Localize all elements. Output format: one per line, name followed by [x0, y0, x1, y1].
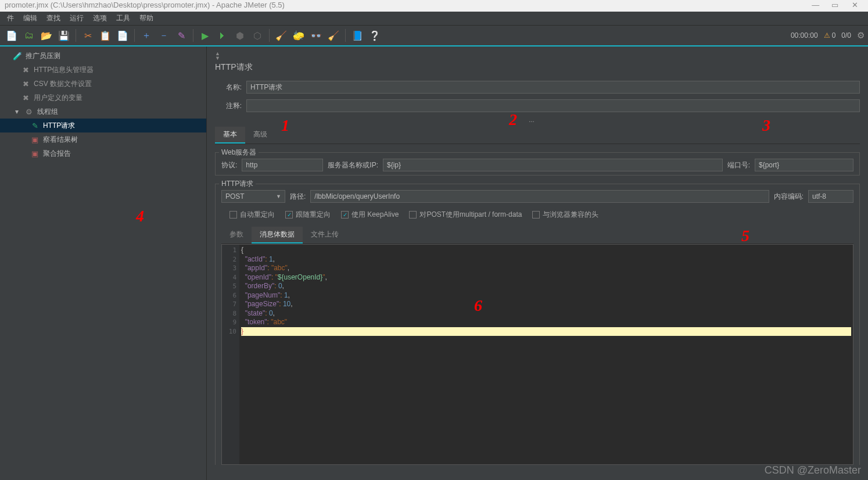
checkbox-row: 自动重定向 跟随重定向 使用 KeepAlive 对POST使用multipar… [221, 210, 853, 220]
toolbar-left: 📄 🗂 📂 💾 ✂ 📋 📄 ＋ － ✎ ▶ ⏵ ⬢ ⬡ 🧹 🧽 👓 🧹 📘 ❔ [3, 27, 383, 44]
name-input[interactable] [246, 81, 860, 94]
paste-icon[interactable]: 📄 [114, 27, 131, 44]
check-follow-redirect[interactable]: 跟随重定向 [285, 210, 331, 220]
save-icon[interactable]: 💾 [56, 27, 72, 44]
collapse-icon[interactable]: － [156, 27, 172, 44]
shutdown-icon[interactable]: ⬡ [249, 27, 266, 44]
comment-row: 注释: [215, 99, 860, 112]
new-icon[interactable]: 📄 [3, 27, 20, 44]
protocol-label: 协议: [221, 160, 237, 170]
subtab-params[interactable]: 参数 [221, 227, 252, 243]
minimize-button[interactable]: — [807, 0, 824, 10]
menu-options[interactable]: 选项 [88, 12, 112, 24]
clear-all-icon[interactable]: 🧽 [290, 27, 307, 44]
test-plan-tree[interactable]: 🧪推广员压测✖HTTP信息头管理器✖CSV 数据文件设置✖用户定义的变量▾⚙线程… [0, 46, 207, 480]
tab-basic[interactable]: 基本 [215, 127, 245, 144]
method-select[interactable]: POST▼ [221, 190, 285, 203]
main-area: 🧪推广员压测✖HTTP信息头管理器✖CSV 数据文件设置✖用户定义的变量▾⚙线程… [0, 46, 868, 480]
main-tabs: 基本 高级 [215, 127, 860, 144]
watermark: CSDN @ZeroMaster [765, 464, 861, 477]
panel-title: HTTP请求 [215, 62, 860, 73]
close-button[interactable]: ✕ [846, 0, 863, 10]
toggle-icon[interactable]: ✎ [173, 27, 189, 44]
reset-search-icon[interactable]: 🧹 [325, 27, 342, 44]
window-titlebar: promoter.jmx (C:\Users\hmzhao\Desktop\pr… [0, 0, 868, 12]
clear-icon[interactable]: 🧹 [273, 27, 289, 44]
copy-icon[interactable]: 📋 [97, 27, 113, 44]
tree-row[interactable]: 🧪推广员压测 [0, 49, 206, 63]
path-label: 路径: [290, 192, 306, 202]
menubar: 件 编辑 查找 运行 选项 工具 帮助 [0, 12, 868, 26]
comment-input[interactable] [246, 99, 860, 112]
enc-label: 内容编码: [774, 192, 804, 202]
toolbar-right: 00:00:00 ⚠0 0/0 ⚙ [791, 30, 865, 41]
gear-icon[interactable]: ⚙ [857, 30, 865, 41]
body-subtabs: 参数 消息体数据 文件上传 [221, 227, 853, 244]
templates-icon[interactable]: 🗂 [21, 27, 37, 44]
tree-row[interactable]: ✖用户定义的变量 [0, 91, 206, 105]
ellipsis: … [529, 117, 860, 123]
window-controls: — ▭ ✕ [807, 0, 863, 12]
server-input[interactable] [383, 159, 723, 171]
chevron-down-icon: ▼ [276, 194, 281, 199]
separator [134, 29, 135, 42]
window-title: promoter.jmx (C:\Users\hmzhao\Desktop\pr… [5, 0, 285, 12]
name-label: 名称: [215, 83, 242, 92]
scroll-indicator[interactable]: ▲▼ [215, 51, 860, 60]
menu-search[interactable]: 查找 [42, 12, 65, 24]
tree-row[interactable]: ✖HTTP信息头管理器 [0, 63, 206, 77]
menu-run[interactable]: 运行 [65, 12, 88, 24]
warning-badge[interactable]: ⚠0 [824, 31, 836, 40]
separator [345, 29, 346, 42]
path-input[interactable] [310, 190, 769, 203]
content-panel: ▲▼ HTTP请求 名称: 注释: … 基本 高级 Web服务器 协议: 服务器… [207, 46, 868, 480]
cut-icon[interactable]: ✂ [80, 27, 96, 44]
start-icon[interactable]: ▶ [197, 27, 213, 44]
stop-icon[interactable]: ⬢ [232, 27, 248, 44]
separator [269, 29, 270, 42]
check-browser-compat[interactable]: 与浏览器兼容的头 [532, 210, 598, 220]
toolbar: 📄 🗂 📂 💾 ✂ 📋 📄 ＋ － ✎ ▶ ⏵ ⬢ ⬡ 🧹 🧽 👓 🧹 📘 ❔ … [0, 26, 868, 46]
enc-input[interactable] [808, 190, 853, 203]
body-editor[interactable]: 12345678910 { "actId": 1, "appId": "abc"… [221, 244, 853, 465]
line-gutter: 12345678910 [222, 245, 239, 464]
tree-row[interactable]: ▣察看结果树 [0, 132, 206, 146]
name-row: 名称: [215, 81, 860, 94]
port-label: 端口号: [727, 160, 750, 170]
elapsed-time: 00:00:00 [791, 31, 818, 40]
http-fieldset: HTTP请求 POST▼ 路径: 内容编码: 自动重定向 跟随重定向 使用 Ke… [215, 184, 860, 465]
comment-label: 注释: [215, 101, 242, 111]
search-icon[interactable]: 👓 [308, 27, 324, 44]
expand-icon[interactable]: ＋ [138, 27, 155, 44]
menu-edit[interactable]: 编辑 [19, 12, 42, 24]
http-legend: HTTP请求 [219, 179, 256, 189]
menu-help[interactable]: 帮助 [135, 12, 158, 24]
server-label: 服务器名称或IP: [328, 160, 378, 170]
port-input[interactable] [755, 159, 853, 171]
start-no-pause-icon[interactable]: ⏵ [214, 27, 231, 44]
tree-row[interactable]: ▣聚合报告 [0, 146, 206, 160]
subtab-body[interactable]: 消息体数据 [252, 227, 303, 243]
check-multipart[interactable]: 对POST使用multipart / form-data [409, 210, 522, 220]
tree-row[interactable]: ✎HTTP请求 [0, 119, 206, 132]
separator [76, 29, 76, 42]
check-auto-redirect[interactable]: 自动重定向 [229, 210, 275, 220]
separator [193, 29, 193, 42]
maximize-button[interactable]: ▭ [826, 0, 844, 10]
open-icon[interactable]: 📂 [38, 27, 55, 44]
menu-tools[interactable]: 工具 [112, 12, 135, 24]
webserver-fieldset: Web服务器 协议: 服务器名称或IP: 端口号: [215, 152, 860, 175]
webserver-legend: Web服务器 [219, 148, 259, 157]
help-icon[interactable]: ❔ [367, 27, 383, 44]
menu-file[interactable]: 件 [2, 12, 19, 24]
protocol-input[interactable] [242, 159, 323, 171]
tab-advanced[interactable]: 高级 [245, 127, 275, 144]
thread-ratio: 0/0 [841, 31, 851, 40]
subtab-files[interactable]: 文件上传 [303, 227, 347, 243]
tree-row[interactable]: ▾⚙线程组 [0, 105, 206, 119]
code-content[interactable]: { "actId": 1, "appId": "abc", "openId": … [239, 245, 853, 464]
check-keepalive[interactable]: 使用 KeepAlive [341, 210, 399, 220]
tree-row[interactable]: ✖CSV 数据文件设置 [0, 77, 206, 91]
function-helper-icon[interactable]: 📘 [349, 27, 365, 44]
